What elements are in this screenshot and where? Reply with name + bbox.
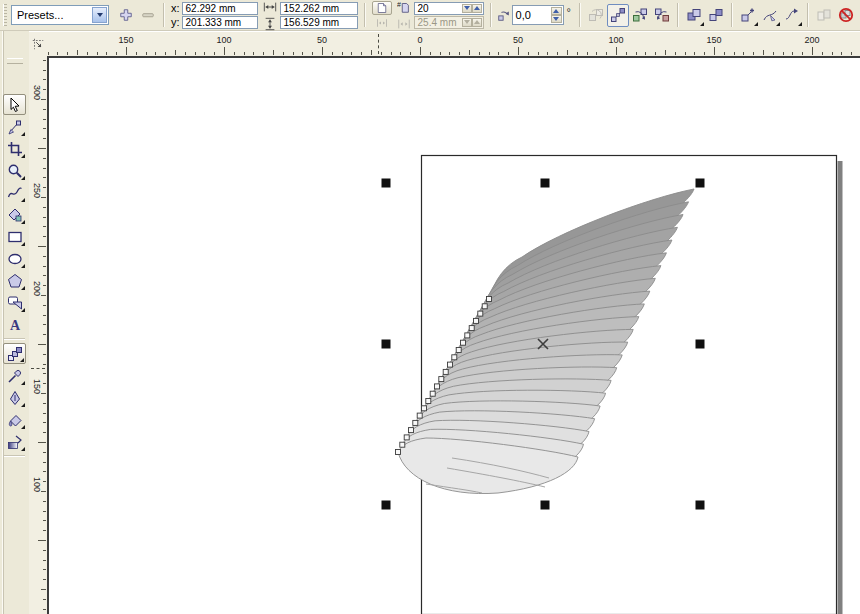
ruler-origin-icon <box>31 37 45 51</box>
blend-node[interactable] <box>396 450 401 455</box>
interactive-fill-tool[interactable] <box>3 431 26 452</box>
object-width-field[interactable]: 152.262 mm <box>280 2 358 15</box>
chevron-down-icon <box>97 13 103 17</box>
direct-blend-button[interactable] <box>607 4 629 27</box>
basic-shapes-tool[interactable] <box>3 292 26 313</box>
blend-node[interactable] <box>452 355 457 360</box>
toolbar-grip[interactable] <box>3 4 7 26</box>
clockwise-blend-button[interactable] <box>629 4 651 27</box>
freehand-tool[interactable] <box>3 182 26 203</box>
rectangle-tool[interactable] <box>3 226 26 247</box>
blend-node[interactable] <box>435 384 440 389</box>
blend-node[interactable] <box>426 399 431 404</box>
fill-tool[interactable] <box>3 409 26 430</box>
spin-up-icon[interactable] <box>551 7 562 15</box>
drawing-svg <box>49 58 860 614</box>
toolbox-separator <box>4 338 25 340</box>
blend-steps-spinner[interactable] <box>462 4 482 13</box>
blend-node[interactable] <box>404 435 409 440</box>
add-preset-button[interactable] <box>115 4 137 27</box>
selection-handle[interactable] <box>541 179 550 188</box>
blend-steps-icon: # <box>396 0 412 15</box>
smart-fill-tool[interactable] <box>3 204 26 225</box>
presets-combobox[interactable]: Presets... <box>11 5 109 25</box>
y-position-field[interactable]: 201.333 mm <box>182 16 258 29</box>
outline-pen-tool[interactable] <box>3 387 26 408</box>
blend-direction-spinner[interactable] <box>551 7 562 23</box>
selection-handle[interactable] <box>696 501 705 510</box>
shape-tool[interactable] <box>3 116 26 137</box>
polygon-tool[interactable] <box>3 270 26 291</box>
zoom-tool[interactable] <box>3 160 26 181</box>
blend-node[interactable] <box>456 348 461 353</box>
separator <box>490 3 492 27</box>
blend-node[interactable] <box>422 406 427 411</box>
text-tool[interactable]: A <box>3 314 26 335</box>
selection-handle[interactable] <box>382 340 391 349</box>
selection-handle[interactable] <box>541 501 550 510</box>
ruler-label: 200 <box>804 35 819 45</box>
toolbox-tools: A <box>0 94 29 459</box>
blend-node[interactable] <box>487 297 492 302</box>
blend-steps-mode-button[interactable] <box>372 1 392 15</box>
blend-node[interactable] <box>417 413 422 418</box>
ruler-label: 200 <box>32 281 42 296</box>
crop-tool[interactable] <box>3 138 26 159</box>
horizontal-ruler[interactable]: 15010050050100150200 <box>47 32 860 56</box>
copy-blend-properties-button <box>813 4 835 27</box>
path-properties-button[interactable] <box>759 4 781 27</box>
accelerate-sizing-button[interactable] <box>705 4 727 27</box>
object-height-field[interactable]: 156.529 mm <box>280 16 358 29</box>
blend-node[interactable] <box>439 377 444 382</box>
property-bar: Presets... x: y: 62.292 mm 201.333 mm 15… <box>0 0 860 31</box>
blend-direction-icon <box>496 7 512 23</box>
delete-preset-button[interactable] <box>137 4 159 27</box>
toolbox-grip[interactable] <box>7 58 23 64</box>
x-position-field[interactable]: 62.292 mm <box>182 2 258 15</box>
blend-tool[interactable] <box>3 343 26 364</box>
presets-dropdown-button[interactable] <box>92 7 107 23</box>
blend-node[interactable] <box>400 442 405 447</box>
blend-node[interactable] <box>478 311 483 316</box>
counterclockwise-blend-button[interactable] <box>651 4 673 27</box>
ruler-cursor-indicator <box>378 34 379 54</box>
clear-blend-button[interactable] <box>835 4 857 27</box>
blend-node[interactable] <box>443 369 448 374</box>
eyedropper-tool[interactable] <box>3 365 26 386</box>
presets-value: Presets... <box>17 9 63 21</box>
ruler-label: 300 <box>32 85 42 100</box>
blend-node[interactable] <box>430 391 435 396</box>
toolbox-separator <box>4 455 25 457</box>
blend-node[interactable] <box>465 333 470 338</box>
ruler-label: 250 <box>32 183 42 198</box>
drawing-canvas[interactable] <box>47 56 860 614</box>
blend-node[interactable] <box>461 340 466 345</box>
ellipse-tool[interactable] <box>3 248 26 269</box>
selection-handle[interactable] <box>382 179 391 188</box>
start-end-objects-button[interactable] <box>737 4 759 27</box>
minus-icon <box>140 7 156 23</box>
blend-node[interactable] <box>469 326 474 331</box>
spin-up-icon[interactable] <box>472 4 482 13</box>
blend-steps-field[interactable]: 20 <box>414 2 484 15</box>
pick-tool[interactable] <box>3 94 26 115</box>
blend-node[interactable] <box>409 428 414 433</box>
ruler-label: 50 <box>317 35 327 45</box>
ruler-label: 150 <box>706 35 721 45</box>
object-color-acceleration-button[interactable] <box>683 4 705 27</box>
blend-node[interactable] <box>482 304 487 309</box>
spin-down-icon[interactable] <box>462 4 472 13</box>
blend-node[interactable] <box>448 362 453 367</box>
misc-blend-options-button[interactable] <box>781 4 803 27</box>
selection-handle[interactable] <box>696 179 705 188</box>
ruler-origin-button[interactable] <box>29 32 47 56</box>
spin-down-icon[interactable] <box>551 15 562 23</box>
degree-symbol: ° <box>567 6 571 18</box>
selection-handle[interactable] <box>696 340 705 349</box>
vertical-ruler[interactable]: 300250200150100 <box>29 56 47 614</box>
blend-node[interactable] <box>413 420 418 425</box>
blend-direction-field[interactable]: 0,0 <box>512 5 564 25</box>
blend-buttons <box>575 3 857 27</box>
blend-node[interactable] <box>474 318 479 323</box>
selection-handle[interactable] <box>382 501 391 510</box>
